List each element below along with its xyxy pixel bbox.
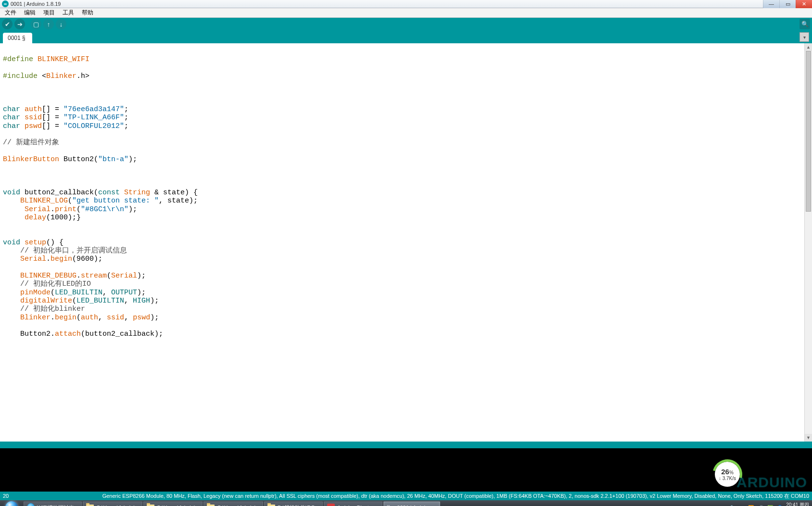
ie-icon xyxy=(27,503,35,506)
network-icon[interactable]: 📶 xyxy=(748,504,754,506)
code-editor-area: #define BLINKER_WIFI #include <Blinker.h… xyxy=(0,43,812,442)
windows-orb-icon xyxy=(5,501,18,506)
volume-icon[interactable]: 🔊 xyxy=(757,504,764,506)
tab-0001[interactable]: 0001 § xyxy=(3,33,32,43)
save-button[interactable]: ↓ xyxy=(56,19,66,29)
system-tray: ▲ 🔒 🖥 📶 🔊 🟩 👤 20:41 周四 2022/6/16 xyxy=(716,502,812,506)
tray-icon-6[interactable]: 👤 xyxy=(776,504,783,506)
close-button[interactable]: ✕ xyxy=(796,0,812,8)
taskbar-item-folder-2[interactable]: C:\Users\Admini... xyxy=(143,501,203,506)
app-icon: ∞ xyxy=(2,0,9,7)
menu-sketch[interactable]: 项目 xyxy=(40,9,58,17)
scroll-up-arrow[interactable]: ▲ xyxy=(805,43,812,51)
speed-gauge-widget[interactable]: 26% ↓ 3.7K/s xyxy=(715,462,740,487)
start-button[interactable] xyxy=(0,500,23,506)
taskbar-item-folder-3[interactable]: C:\Users\Admini... xyxy=(203,501,263,506)
taskbar-item-ie[interactable]: WiFi模块可以当... xyxy=(24,501,82,506)
window-title: 0001 | Arduino 1.8.19 xyxy=(11,1,61,7)
pdf-icon: PDF xyxy=(327,504,335,506)
serial-monitor-button[interactable]: 🔍 xyxy=(799,19,810,29)
vertical-scrollbar[interactable]: ▲ ▼ xyxy=(804,43,812,442)
menu-help[interactable]: 帮助 xyxy=(79,9,96,17)
verify-button[interactable]: ✔ xyxy=(2,19,13,29)
minimize-button[interactable]: — xyxy=(763,0,779,8)
arduino-icon: ∞ xyxy=(387,504,394,506)
code-editor[interactable]: #define BLINKER_WIFI #include <Blinker.h… xyxy=(0,43,804,442)
line-number: 20 xyxy=(3,493,9,499)
taskbar-item-arduino[interactable]: ∞ 0001 | Arduino ... xyxy=(383,501,440,506)
system-clock[interactable]: 20:41 周四 2022/6/16 xyxy=(786,502,809,506)
scroll-track[interactable] xyxy=(805,51,812,434)
tab-strip: 0001 § ▾ xyxy=(0,30,812,43)
output-console[interactable] xyxy=(0,448,812,492)
tray-icon-1[interactable]: 🔒 xyxy=(728,504,735,506)
taskbar-item-folder-1[interactable]: C:\Users\Admini... xyxy=(83,501,142,506)
status-bar: 20 Generic ESP8266 Module, 80 MHz, Flash… xyxy=(0,492,812,500)
maximize-button[interactable]: ▭ xyxy=(779,0,796,8)
window-titlebar: ∞ 0001 | Arduino 1.8.19 — ▭ ✕ xyxy=(0,0,812,8)
menu-edit[interactable]: 编辑 xyxy=(21,9,38,17)
tab-dropdown[interactable]: ▾ xyxy=(799,32,809,42)
windows-taskbar: WiFi模块可以当... C:\Users\Admini... C:\Users… xyxy=(0,500,812,506)
console-header xyxy=(0,442,812,448)
upload-button[interactable]: ➔ xyxy=(14,19,25,29)
menu-bar: 文件 编辑 项目 工具 帮助 xyxy=(0,8,812,18)
tray-icon-2[interactable]: 🖥 xyxy=(738,504,745,506)
new-button[interactable]: ▢ xyxy=(31,19,41,29)
menu-file[interactable]: 文件 xyxy=(2,9,19,17)
tray-icon-5[interactable]: 🟩 xyxy=(767,504,774,506)
tray-expand-icon[interactable]: ▲ xyxy=(719,504,725,506)
menu-tools[interactable]: 工具 xyxy=(60,9,77,17)
taskbar-item-folder-4[interactable]: D:\舵机软件\RO... xyxy=(264,501,323,506)
taskbar-item-pdf[interactable]: PDF Arduino Bluetoo... xyxy=(324,501,382,506)
board-info: Generic ESP8266 Module, 80 MHz, Flash, L… xyxy=(102,493,809,500)
scroll-down-arrow[interactable]: ▼ xyxy=(805,434,812,442)
open-button[interactable]: ↑ xyxy=(43,19,54,29)
scroll-thumb[interactable] xyxy=(806,51,811,212)
toolbar: ✔ ➔ ▢ ↑ ↓ 🔍 xyxy=(0,18,812,30)
